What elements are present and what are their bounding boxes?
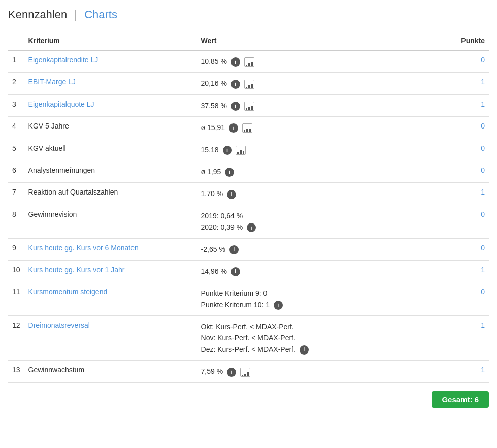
wert-line: -2,65 % i <box>201 245 239 253</box>
row-wert: 1,70 % i <box>197 183 448 205</box>
title-separator: | <box>74 8 77 21</box>
info-icon[interactable]: i <box>227 368 236 377</box>
row-nr: 8 <box>8 205 24 238</box>
row-wert: ø 1,95 i <box>197 161 448 182</box>
page-title: Kennzahlen | Charts <box>8 8 489 21</box>
row-nr: 5 <box>8 139 24 161</box>
row-kriterium: KGV aktuell <box>24 139 197 161</box>
footer-row: Gesamt: 6 <box>8 391 489 408</box>
row-wert: 7,59 % i <box>197 361 448 382</box>
gesamt-badge: Gesamt: 6 <box>432 391 489 408</box>
wert-line: Punkte Kriterum 10: 1 i <box>201 299 444 310</box>
info-icon[interactable]: i <box>227 190 236 199</box>
info-icon[interactable]: i <box>231 80 240 89</box>
wert-line: Nov: Kurs-Perf. < MDAX-Perf. <box>201 332 444 343</box>
row-nr: 7 <box>8 183 24 205</box>
row-punkte: 0 <box>448 139 489 161</box>
wert-line: 2019: 0,64 % <box>201 210 444 221</box>
table-row: 11Kursmomentum steigendPunkte Kriterium … <box>8 282 489 316</box>
info-icon[interactable]: i <box>247 223 256 232</box>
row-nr: 11 <box>8 282 24 316</box>
table-row: 7Reaktion auf Quartalszahlen1,70 % i1 <box>8 183 489 205</box>
wert-line: ø 15,91 i <box>201 123 252 132</box>
table-row: 10Kurs heute gg. Kurs vor 1 Jahr14,96 % … <box>8 260 489 282</box>
row-kriterium: Analystenmeínungen <box>24 161 197 182</box>
row-nr: 9 <box>8 238 24 260</box>
info-icon[interactable]: i <box>223 146 232 155</box>
info-icon[interactable]: i <box>274 301 283 310</box>
wert-line: 14,96 % i <box>201 267 240 275</box>
row-wert: 37,58 % i <box>197 94 448 116</box>
row-punkte: 1 <box>448 361 489 382</box>
row-kriterium[interactable]: Eigenkapitalrendite LJ <box>24 50 197 73</box>
chart-icon[interactable] <box>244 57 254 67</box>
row-nr: 3 <box>8 94 24 116</box>
chart-icon[interactable] <box>236 146 246 155</box>
info-icon[interactable]: i <box>231 57 240 67</box>
kriterium-link[interactable]: Kurs heute gg. Kurs vor 1 Jahr <box>28 266 125 274</box>
info-icon[interactable]: i <box>231 102 240 111</box>
table-row: 9Kurs heute gg. Kurs vor 6 Monaten-2,65 … <box>8 238 489 260</box>
row-kriterium[interactable]: Kurs heute gg. Kurs vor 6 Monaten <box>24 238 197 260</box>
table-row: 4KGV 5 Jahreø 15,91 i 0 <box>8 117 489 139</box>
wert-line: Punkte Kriterium 9: 0 <box>201 287 444 299</box>
row-wert: Punkte Kriterium 9: 0Punkte Kriterum 10:… <box>197 282 448 316</box>
row-punkte: 1 <box>448 316 489 361</box>
row-wert: -2,65 % i <box>197 238 448 260</box>
wert-line: 1,70 % i <box>201 189 236 198</box>
row-nr: 13 <box>8 361 24 382</box>
header-wert: Wert <box>197 31 448 50</box>
table-row: 8Gewinnrevision2019: 0,64 %2020: 0,39 % … <box>8 205 489 238</box>
row-kriterium[interactable]: Kurs heute gg. Kurs vor 1 Jahr <box>24 260 197 282</box>
table-header-row: Kriterium Wert Punkte <box>8 31 489 50</box>
row-nr: 12 <box>8 316 24 361</box>
info-icon[interactable]: i <box>229 123 238 133</box>
table-row: 5KGV aktuell15,18 i 0 <box>8 139 489 161</box>
row-kriterium: KGV 5 Jahre <box>24 117 197 139</box>
row-wert: 2019: 0,64 %2020: 0,39 % i <box>197 205 448 238</box>
chart-icon[interactable] <box>242 123 252 133</box>
row-wert: 10,85 % i <box>197 50 448 73</box>
info-icon[interactable]: i <box>225 168 234 177</box>
row-punkte: 1 <box>448 260 489 282</box>
kriterium-link[interactable]: EBIT-Marge LJ <box>28 78 76 86</box>
row-punkte: 0 <box>448 282 489 316</box>
info-icon[interactable]: i <box>300 345 309 355</box>
row-kriterium[interactable]: EBIT-Marge LJ <box>24 73 197 94</box>
row-punkte: 0 <box>448 238 489 260</box>
kriterium-link[interactable]: Eigenkapitalrendite LJ <box>28 56 98 64</box>
kriterium-link[interactable]: Kursmomentum steigend <box>28 287 108 296</box>
kennzahlen-table: Kriterium Wert Punkte 1Eigenkapitalrendi… <box>8 31 489 383</box>
chart-icon[interactable] <box>244 102 254 111</box>
row-wert: 20,16 % i <box>197 73 448 94</box>
table-row: 13Gewinnwachstum7,59 % i 1 <box>8 361 489 382</box>
wert-line: ø 1,95 i <box>201 168 235 176</box>
row-punkte: 1 <box>448 73 489 94</box>
wert-line: 15,18 i <box>201 146 246 154</box>
info-icon[interactable]: i <box>231 267 240 276</box>
row-wert: Okt: Kurs-Perf. < MDAX-Perf.Nov: Kurs-Pe… <box>197 316 448 361</box>
row-kriterium: Gewinnwachstum <box>24 361 197 382</box>
row-punkte: 0 <box>448 50 489 73</box>
row-nr: 2 <box>8 73 24 94</box>
kriterium-link[interactable]: Eigenkapitalquote LJ <box>28 100 94 108</box>
table-row: 12DreimonatsreversalOkt: Kurs-Perf. < MD… <box>8 316 489 361</box>
row-kriterium[interactable]: Dreimonatsreversal <box>24 316 197 361</box>
row-kriterium[interactable]: Eigenkapitalquote LJ <box>24 94 197 116</box>
row-nr: 1 <box>8 50 24 73</box>
table-row: 6Analystenmeínungenø 1,95 i0 <box>8 161 489 182</box>
header-kriterium: Kriterium <box>24 31 197 50</box>
charts-link[interactable]: Charts <box>84 8 117 21</box>
row-punkte: 1 <box>448 183 489 205</box>
wert-line: 37,58 % i <box>201 102 254 110</box>
header-nr <box>8 31 24 50</box>
info-icon[interactable]: i <box>229 245 239 254</box>
kriterium-link[interactable]: Dreimonatsreversal <box>28 321 90 329</box>
wert-line: Okt: Kurs-Perf. < MDAX-Perf. <box>201 321 444 332</box>
row-punkte: 0 <box>448 117 489 139</box>
chart-icon[interactable] <box>244 80 254 89</box>
chart-icon[interactable] <box>240 368 250 377</box>
row-kriterium[interactable]: Kursmomentum steigend <box>24 282 197 316</box>
kriterium-link[interactable]: Kurs heute gg. Kurs vor 6 Monaten <box>28 244 139 252</box>
row-kriterium: Reaktion auf Quartalszahlen <box>24 183 197 205</box>
